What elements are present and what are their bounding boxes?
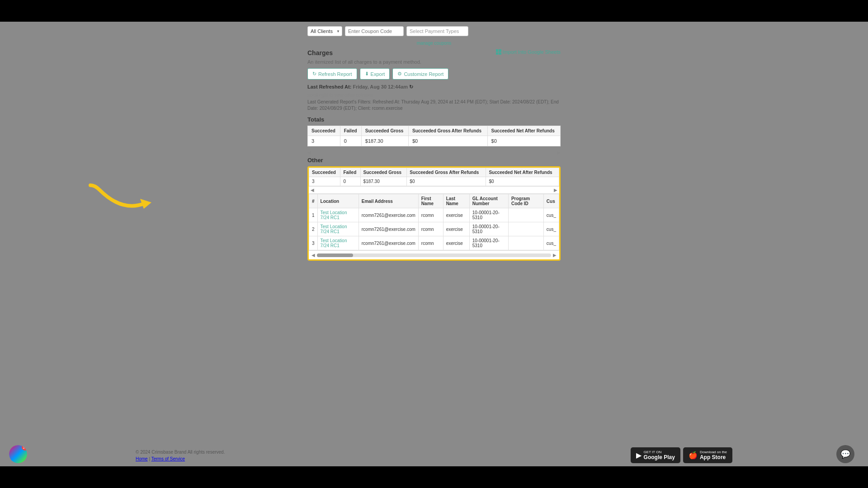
row3-email: rcomn7261@exercise.com bbox=[359, 236, 418, 250]
charges-section-header: Charges Import Into Google Sheets bbox=[307, 49, 561, 56]
inner-cell-failed: 0 bbox=[340, 177, 360, 186]
charges-description: An itemized list of all charges to a pay… bbox=[307, 59, 561, 65]
row1-email: rcomn7261@exercise.com bbox=[359, 208, 418, 222]
detail-header-lastname: Last Name bbox=[443, 194, 469, 208]
row1-num: 1 bbox=[309, 208, 318, 222]
detail-header-program: Program Code ID bbox=[508, 194, 543, 208]
detail-header-gl: GL Account Number bbox=[469, 194, 508, 208]
scrollbar-right-button[interactable]: ▶ bbox=[553, 253, 557, 258]
totals-cell-gross-refunds: $0 bbox=[408, 136, 487, 146]
row2-location[interactable]: Test Location 7/24 RC1 bbox=[317, 222, 359, 236]
refresh-icon: ↻ bbox=[312, 71, 316, 77]
inner-scroll-left-button[interactable]: ◀ bbox=[311, 188, 314, 192]
totals-cell-failed: 0 bbox=[340, 136, 361, 146]
table-row: 2 Test Location 7/24 RC1 rcomn7261@exerc… bbox=[309, 222, 559, 236]
last-refreshed: Last Refreshed At: Friday, Aug 30 12:44a… bbox=[307, 84, 561, 90]
settings-icon: ⚙ bbox=[397, 71, 402, 77]
totals-header-gross: Succeeded Gross bbox=[361, 126, 408, 136]
table-row: 3 0 $187.30 $0 $0 bbox=[308, 136, 561, 146]
row3-lastname: exercise bbox=[443, 236, 469, 250]
google-play-icon: ▶ bbox=[636, 451, 642, 460]
highlighted-detail-box: Succeeded Failed Succeeded Gross Succeed… bbox=[307, 166, 561, 261]
table-row: 3 Test Location 7/24 RC1 rcomn7261@exerc… bbox=[309, 236, 559, 250]
row1-location[interactable]: Test Location 7/24 RC1 bbox=[317, 208, 359, 222]
row1-gl: 10-00001-20-5310 bbox=[469, 208, 508, 222]
detail-header-num: # bbox=[309, 194, 318, 208]
inner-cell-net-refunds: $0 bbox=[486, 177, 559, 186]
import-google-sheets-button[interactable]: Import Into Google Sheets bbox=[496, 49, 561, 55]
top-black-bar bbox=[0, 0, 868, 22]
row2-num: 2 bbox=[309, 222, 318, 236]
inner-header-succeeded: Succeeded bbox=[309, 168, 340, 177]
inner-cell-gross-refunds: $0 bbox=[407, 177, 486, 186]
scroll-hint: scroll right to view other columns bbox=[307, 93, 561, 98]
row1-cus: cus_ bbox=[543, 208, 559, 222]
row2-program bbox=[508, 222, 543, 236]
scrollbar-row: ◀ ▶ bbox=[309, 250, 559, 259]
chat-bubble-button[interactable] bbox=[836, 445, 854, 463]
scrollbar-thumb[interactable] bbox=[317, 253, 353, 257]
yellow-arrow-annotation bbox=[86, 176, 167, 221]
row2-cus: cus_ bbox=[543, 222, 559, 236]
scroll-right-button[interactable]: ▶ bbox=[557, 150, 561, 155]
row3-num: 3 bbox=[309, 236, 318, 250]
bottom-black-bar bbox=[0, 466, 868, 488]
download-icon: ⬇ bbox=[365, 71, 369, 77]
row3-gl: 10-00001-20-5310 bbox=[469, 236, 508, 250]
customize-report-button[interactable]: ⚙ Customize Report bbox=[392, 68, 448, 80]
inner-scroll-arrows: ◀ ▶ bbox=[309, 186, 559, 194]
client-select-wrap: All Clients bbox=[307, 26, 342, 36]
app-store-badge[interactable]: 🍎 Download on the App Store bbox=[683, 447, 732, 463]
buttons-row: ↻ Refresh Report ⬇ Export ⚙ Customize Re… bbox=[307, 68, 561, 80]
avatar-notification-badge: 24 bbox=[22, 445, 27, 450]
inner-header-net-refunds: Succeeded Net After Refunds bbox=[486, 168, 559, 177]
app-badges: ▶ GET IT ON Google Play 🍎 Download on th… bbox=[631, 447, 732, 463]
apple-icon: 🍎 bbox=[689, 451, 698, 460]
row3-firstname: rcomn bbox=[418, 236, 443, 250]
report-filters: Last Generated Report's Filters: Refresh… bbox=[307, 99, 561, 112]
avatar[interactable]: 24 bbox=[9, 445, 27, 463]
row3-program bbox=[508, 236, 543, 250]
row1-lastname: exercise bbox=[443, 208, 469, 222]
refresh-report-button[interactable]: ↻ Refresh Report bbox=[307, 68, 357, 80]
row2-gl: 10-00001-20-5310 bbox=[469, 222, 508, 236]
inner-cell-succeeded: 3 bbox=[309, 177, 340, 186]
row3-location[interactable]: Test Location 7/24 RC1 bbox=[317, 236, 359, 250]
totals-header-succeeded: Succeeded bbox=[308, 126, 340, 136]
inner-scroll-right-button[interactable]: ▶ bbox=[554, 188, 557, 192]
refresh-inline-icon: ↻ bbox=[409, 84, 413, 89]
google-play-badge[interactable]: ▶ GET IT ON Google Play bbox=[631, 447, 680, 463]
totals-cell-net-refunds: $0 bbox=[487, 136, 560, 146]
filter-bar: All Clients Select Payment Types bbox=[307, 26, 561, 36]
row2-firstname: rcomn bbox=[418, 222, 443, 236]
inner-cell-gross: $187.30 bbox=[360, 177, 407, 186]
detail-table: # Location Email Address First Name Last… bbox=[309, 194, 559, 250]
totals-table: Succeeded Failed Succeeded Gross Succeed… bbox=[307, 126, 561, 146]
scrollbar-track[interactable] bbox=[317, 253, 551, 257]
export-button[interactable]: ⬇ Export bbox=[360, 68, 390, 80]
totals-cell-gross: $187.30 bbox=[361, 136, 408, 146]
charges-title: Charges bbox=[307, 49, 333, 56]
totals-header-failed: Failed bbox=[340, 126, 361, 136]
inner-header-gross: Succeeded Gross bbox=[360, 168, 407, 177]
scroll-left-button[interactable]: ◀ bbox=[307, 150, 311, 155]
main-content: All Clients Select Payment Types manage … bbox=[0, 22, 868, 466]
footer-home-link[interactable]: Home bbox=[136, 456, 148, 461]
scrollbar-left-button[interactable]: ◀ bbox=[311, 253, 315, 258]
page-wrapper: All Clients Select Payment Types manage … bbox=[307, 26, 561, 466]
row3-cus: cus_ bbox=[543, 236, 559, 250]
client-select[interactable]: All Clients bbox=[307, 26, 342, 36]
footer-tos-link[interactable]: Terms of Service bbox=[151, 456, 185, 461]
inner-totals-table: Succeeded Failed Succeeded Gross Succeed… bbox=[309, 168, 559, 186]
manage-coupons-link[interactable]: manage coupons bbox=[307, 41, 561, 46]
totals-title: Totals bbox=[307, 116, 561, 123]
footer-text: © 2024 Crimsbase Brand All rights reserv… bbox=[136, 449, 225, 462]
detail-header-location: Location bbox=[317, 194, 359, 208]
payment-types-button[interactable]: Select Payment Types bbox=[406, 26, 468, 36]
detail-header-email: Email Address bbox=[359, 194, 418, 208]
inner-header-gross-refunds: Succeeded Gross After Refunds bbox=[407, 168, 486, 177]
detail-header-firstname: First Name bbox=[418, 194, 443, 208]
footer: © 2024 Crimsbase Brand All rights reserv… bbox=[0, 447, 868, 463]
other-title: Other bbox=[307, 157, 561, 164]
coupon-input[interactable] bbox=[345, 26, 404, 36]
